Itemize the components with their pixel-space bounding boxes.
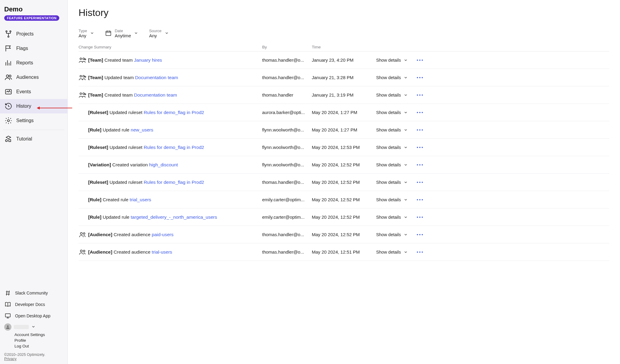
entity-link[interactable]: high_discount: [149, 162, 178, 167]
row-menu-button[interactable]: [408, 59, 423, 61]
filter-date[interactable]: Date Anytime: [105, 29, 138, 38]
show-details-label: Show details: [376, 232, 401, 237]
entity-link[interactable]: Rules for demo_flag in Prod2: [144, 145, 204, 150]
svg-point-58: [417, 251, 418, 253]
sidebar-item-docs[interactable]: Developer Docs: [0, 299, 67, 310]
sidebar: Demo FEATURE EXPERIMENTATION Projects Fl…: [0, 0, 68, 364]
show-details-label: Show details: [376, 197, 401, 202]
sidebar-item-label: Audiences: [16, 75, 39, 80]
change-summary: [Ruleset] Updated ruleset Rules for demo…: [88, 180, 262, 185]
account-settings-link[interactable]: Account Settings: [14, 332, 63, 337]
show-details-button[interactable]: Show details: [369, 93, 408, 97]
privacy-link[interactable]: Privacy: [4, 357, 63, 361]
row-menu-button[interactable]: [408, 129, 423, 131]
timestamp: May 20 2024, 12:52 PM: [312, 214, 369, 220]
entity-link[interactable]: targeted_delivery_-_north_america_users: [131, 214, 217, 220]
chevron-down-icon: [403, 76, 408, 80]
entity-link[interactable]: trial-users: [152, 249, 172, 254]
row-menu-button[interactable]: [408, 94, 423, 96]
show-details-button[interactable]: Show details: [369, 75, 408, 80]
profile-link[interactable]: Profile: [14, 338, 63, 343]
entity-tag: [Rule]: [88, 197, 101, 202]
show-details-button[interactable]: Show details: [369, 180, 408, 185]
svg-point-18: [80, 75, 82, 77]
row-menu-button[interactable]: [408, 181, 423, 183]
entity-link[interactable]: Rules for demo_flag in Prod2: [144, 110, 204, 115]
action-text: Updated rule: [101, 127, 131, 132]
sidebar-item-history[interactable]: History: [0, 99, 67, 113]
filter-label: Date: [115, 29, 131, 33]
show-details-label: Show details: [376, 110, 401, 115]
row-menu-button[interactable]: [408, 199, 423, 201]
svg-rect-11: [106, 31, 111, 35]
flags-icon: [4, 44, 13, 53]
by-user: emily.carter@optim...: [262, 197, 312, 202]
row-menu-button[interactable]: [408, 251, 423, 253]
svg-point-56: [80, 250, 82, 252]
sidebar-item-label: Projects: [16, 31, 34, 37]
entity-link[interactable]: Documentation team: [135, 75, 178, 80]
row-menu-button[interactable]: [408, 112, 423, 113]
filter-type[interactable]: Type Any: [79, 29, 94, 38]
entity-link[interactable]: Documentation team: [134, 92, 177, 97]
filter-label: Type: [79, 29, 87, 33]
sidebar-item-reports[interactable]: Reports: [0, 56, 67, 70]
timestamp: January 21, 3:28 PM: [312, 75, 369, 80]
timestamp: May 20 2024, 12:53 PM: [312, 145, 369, 150]
show-details-button[interactable]: Show details: [369, 215, 408, 220]
entity-tag: [Rule]: [88, 127, 101, 132]
entity-link[interactable]: January hires: [134, 57, 162, 63]
filter-value: Anytime: [115, 33, 131, 38]
table-row: [Ruleset] Updated ruleset Rules for demo…: [79, 174, 609, 191]
table-row: [Audience] Created audience trial-userst…: [79, 243, 609, 261]
table-row: [Team] Updated team Documentation teamth…: [79, 69, 609, 86]
svg-point-13: [83, 58, 85, 60]
svg-point-44: [422, 182, 423, 183]
show-details-button[interactable]: Show details: [369, 128, 408, 132]
sidebar-item-tutorial[interactable]: Tutorial: [0, 132, 67, 146]
sidebar-item-desktop[interactable]: Open Desktop App: [0, 310, 67, 322]
sidebar-item-audiences[interactable]: Audiences: [0, 70, 67, 85]
entity-link[interactable]: paid-users: [152, 232, 173, 237]
row-menu-button[interactable]: [408, 77, 423, 79]
show-details-button[interactable]: Show details: [369, 145, 408, 150]
show-details-button[interactable]: Show details: [369, 58, 408, 63]
show-details-button[interactable]: Show details: [369, 197, 408, 202]
user-menu-toggle[interactable]: [4, 323, 63, 331]
svg-point-53: [417, 234, 418, 235]
team-icon: [79, 57, 88, 63]
entity-link[interactable]: Rules for demo_flag in Prod2: [144, 180, 204, 185]
show-details-button[interactable]: Show details: [369, 162, 408, 167]
footer: ©2010–2025 Optimizely. Privacy: [0, 350, 67, 361]
show-details-button[interactable]: Show details: [369, 250, 408, 254]
svg-point-41: [422, 164, 423, 165]
row-menu-button[interactable]: [408, 234, 423, 236]
change-summary: [Team] Updated team Documentation team: [88, 75, 262, 80]
row-menu-button[interactable]: [408, 164, 423, 166]
row-menu-button[interactable]: [408, 216, 423, 218]
svg-point-29: [422, 94, 423, 96]
sidebar-item-events[interactable]: Events: [0, 85, 67, 99]
svg-point-2: [8, 36, 9, 37]
team-icon: [79, 92, 88, 98]
col-header-by: By: [262, 45, 312, 49]
show-details-button[interactable]: Show details: [369, 110, 408, 115]
projects-icon: [4, 30, 13, 38]
sidebar-item-flags[interactable]: Flags: [0, 41, 67, 56]
sidebar-item-projects[interactable]: Projects: [0, 27, 67, 41]
show-details-button[interactable]: Show details: [369, 232, 408, 237]
sidebar-item-slack[interactable]: Slack Community: [0, 287, 67, 299]
entity-link[interactable]: new_users: [131, 127, 153, 132]
show-details-label: Show details: [376, 75, 401, 80]
svg-point-42: [417, 182, 418, 183]
svg-point-38: [422, 147, 423, 148]
show-details-label: Show details: [376, 180, 401, 185]
svg-point-35: [422, 129, 423, 131]
table-row: [Rule] Updated rule targeted_delivery_-_…: [79, 208, 609, 226]
logout-link[interactable]: Log Out: [14, 344, 63, 348]
filter-source[interactable]: Source Any: [149, 29, 169, 38]
entity-tag: [Rule]: [88, 214, 101, 220]
row-menu-button[interactable]: [408, 147, 423, 148]
sidebar-item-settings[interactable]: Settings: [0, 113, 67, 128]
entity-link[interactable]: trial_users: [130, 197, 151, 202]
